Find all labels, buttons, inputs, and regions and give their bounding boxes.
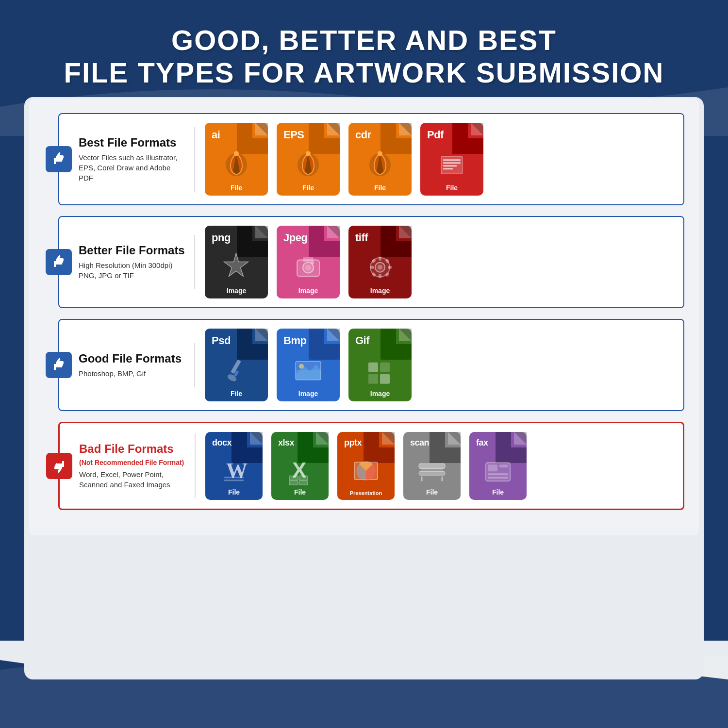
better-thumb-badge (46, 249, 72, 275)
better-row: Better File Formats High Resolution (Min… (58, 216, 684, 308)
xlsx-file-icon: xlsx X File (271, 432, 329, 500)
svg-rect-58 (499, 465, 508, 468)
jpeg-file-icon: Jpeg Image (277, 226, 340, 298)
svg-point-3 (234, 151, 239, 156)
pdf-file-icon: Pdf File (420, 123, 483, 196)
ppt-icon (349, 454, 382, 487)
svg-text:W: W (226, 459, 248, 483)
tiff-file-icon: tiff (348, 226, 412, 298)
bmp-file-icon: Bmp Image (277, 329, 340, 401)
png-file-icon: png Image (205, 226, 268, 298)
landscape-icon (291, 352, 326, 387)
good-thumb-badge (46, 352, 72, 378)
bad-label: Bad File Formats (Not Recommended File F… (60, 433, 196, 498)
bad-subtitle: (Not Recommended File Format) (79, 459, 186, 466)
bad-row: Bad File Formats (Not Recommended File F… (58, 422, 684, 510)
pdf-doc-icon (435, 147, 468, 180)
best-thumb-badge (46, 146, 72, 172)
svg-point-21 (378, 265, 382, 270)
svg-point-17 (305, 265, 311, 271)
svg-point-36 (299, 364, 304, 369)
svg-rect-9 (443, 160, 461, 161)
svg-rect-10 (443, 163, 461, 164)
svg-rect-48 (299, 481, 308, 485)
svg-rect-57 (488, 465, 497, 472)
gif-file-icon: Gif Image (348, 329, 412, 401)
svg-rect-60 (488, 477, 508, 479)
better-icons: png Image Jpeg (195, 217, 683, 307)
content-area: Best File Formats Vector Files such as I… (29, 99, 699, 535)
svg-rect-42 (224, 477, 244, 479)
thumbup-icon (51, 151, 66, 167)
svg-rect-12 (443, 168, 453, 170)
svg-point-7 (378, 151, 382, 156)
svg-point-5 (306, 151, 311, 156)
good-row: Good File Formats Photoshop, BMP, Gif Ps… (58, 319, 684, 411)
svg-rect-51 (421, 469, 443, 472)
good-icons: Psd File Bmp (195, 320, 683, 410)
svg-rect-47 (289, 481, 298, 485)
svg-marker-13 (224, 253, 248, 277)
gear-icon (363, 249, 397, 284)
eps-pen-icon (291, 147, 325, 181)
svg-rect-37 (368, 363, 378, 372)
better-title: Better File Formats (79, 244, 185, 257)
svg-rect-11 (443, 165, 457, 167)
star-icon (218, 248, 255, 285)
scanner-icon (415, 454, 449, 486)
ai-file-icon: ai File (205, 123, 268, 196)
svg-rect-24 (370, 266, 374, 269)
svg-point-18 (311, 262, 314, 265)
bad-thumb-badge (46, 453, 72, 479)
good-title: Good File Formats (79, 352, 185, 365)
thumbdown-icon (51, 458, 67, 474)
best-label: Best File Formats Vector Files such as I… (59, 127, 195, 192)
svg-rect-38 (380, 363, 390, 372)
svg-rect-23 (379, 274, 381, 278)
svg-rect-52 (419, 472, 445, 476)
cdr-file-icon: cdr File (348, 123, 412, 196)
docx-file-icon: docx W File (205, 432, 263, 500)
thumbup-better-icon (51, 254, 66, 270)
eps-file-icon: EPS File (277, 123, 340, 196)
psd-file-icon: Psd File (205, 329, 268, 401)
svg-rect-45 (289, 476, 298, 480)
header-section: GOOD, BETTER AND BEST FILE TYPES FOR ART… (0, 5, 728, 99)
best-desc: Vector Files such as Illustrator, EPS, C… (79, 152, 185, 183)
main-title: GOOD, BETTER AND BEST FILE TYPES FOR ART… (29, 24, 699, 89)
pen-icon (219, 147, 253, 181)
brush-icon (219, 352, 253, 386)
good-label: Good File Formats Photoshop, BMP, Gif (59, 343, 195, 387)
svg-rect-25 (388, 266, 392, 269)
fax-file-icon: fax File (469, 432, 527, 500)
svg-rect-43 (224, 480, 244, 481)
thumbup-good-icon (51, 357, 66, 373)
main-container: GOOD, BETTER AND BEST FILE TYPES FOR ART… (0, 0, 728, 728)
better-label: Better File Formats High Resolution (Min… (59, 235, 195, 289)
grid-icon (363, 352, 397, 387)
bad-desc: Word, Excel, Power Point, Scanned and Fa… (79, 469, 186, 490)
svg-rect-22 (379, 257, 381, 261)
better-desc: High Resolution (Min 300dpi) PNG, JPG or… (79, 260, 185, 281)
best-icons: ai File EPS (195, 114, 683, 204)
svg-rect-39 (368, 374, 378, 384)
svg-rect-59 (488, 474, 508, 476)
good-desc: Photoshop, BMP, Gif (79, 368, 185, 379)
scan-file-icon: scan File (403, 432, 461, 500)
best-row: Best File Formats Vector Files such as I… (58, 113, 684, 205)
bad-icons: docx W File xlsx X (196, 423, 683, 509)
cdr-pen-icon (363, 147, 397, 181)
bad-title: Bad File Formats (79, 442, 186, 456)
fax-icon (481, 454, 515, 486)
svg-rect-15 (303, 257, 314, 262)
pptx-file-icon: pptx Presentation (337, 432, 395, 500)
camera-icon (291, 249, 325, 283)
svg-rect-40 (380, 374, 390, 384)
word-icon: W (217, 454, 250, 487)
excel-icon: X (283, 454, 316, 487)
svg-rect-46 (299, 476, 308, 480)
best-title: Best File Formats (79, 136, 185, 149)
